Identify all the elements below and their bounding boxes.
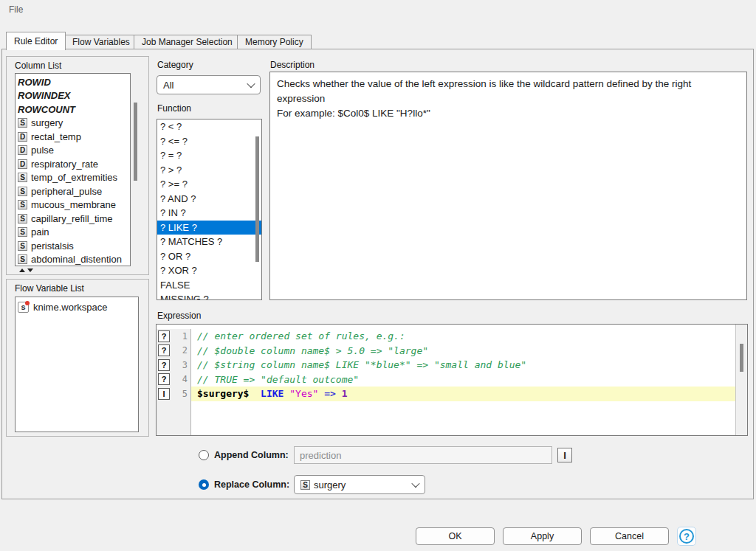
cancel-button[interactable]: Cancel [590, 527, 669, 545]
flow-variable-name: knime.workspace [33, 302, 107, 313]
column-name: respiratory_rate [31, 159, 98, 170]
column-type-icon: D [18, 159, 27, 169]
replace-column-value: surgery [314, 479, 346, 491]
line-number: 3 [170, 360, 190, 370]
rule-status-icon: I [158, 388, 170, 400]
expression-editor[interactable]: ?1 // enter ordered set of rules, e.g.: … [156, 324, 748, 436]
scroll-arrow-icon[interactable] [27, 268, 33, 272]
description-text: Checks whether the value of the left exp… [277, 77, 721, 106]
tab-rule-editor[interactable]: Rule Editor [6, 32, 66, 50]
list-item[interactable]: Drectal_temp [16, 130, 130, 144]
column-list-scrollbar[interactable] [132, 73, 139, 266]
category-value: All [163, 80, 173, 91]
red-dot-icon [25, 301, 30, 305]
function-item[interactable]: ? IN ? [157, 206, 261, 221]
line-number: 4 [170, 374, 190, 384]
function-item[interactable]: ? < ? [157, 119, 261, 134]
function-item[interactable]: ? XOR ? [157, 263, 261, 278]
scrollbar-thumb[interactable] [740, 344, 743, 372]
function-item[interactable]: ? > ? [157, 163, 261, 178]
column-type-icon: S [18, 254, 27, 264]
list-item[interactable]: Stemp_of_extremities [16, 171, 130, 185]
tab-job-manager-selection[interactable]: Job Manager Selection [134, 35, 241, 49]
line-number: 1 [170, 331, 190, 342]
column-name: abdominal_distention [31, 254, 122, 265]
column-name: temp_of_extremities [31, 172, 117, 183]
expression-label: Expression [157, 311, 201, 321]
column-name: peripheral_pulse [31, 186, 102, 197]
list-item[interactable]: Speristalsis [16, 239, 130, 253]
flow-variable-list-title: Flow Variable List [15, 283, 84, 294]
append-column-label: Append Column: [214, 450, 289, 460]
expression-line[interactable]: ?1 // enter ordered set of rules, e.g.: [157, 329, 735, 344]
code-token: "Yes" [289, 388, 318, 399]
line-number: 2 [170, 345, 190, 356]
replace-column-dropdown[interactable]: S surgery [294, 475, 425, 494]
rule-editor-dialog: { "menu": { "file": "File" }, "tabs": [ … [0, 0, 756, 551]
menu-bar: File [0, 0, 756, 18]
category-dropdown[interactable]: All [157, 75, 261, 94]
list-item[interactable]: ROWID [16, 75, 130, 89]
help-button[interactable]: ? [677, 527, 696, 546]
rule-status-icon: ? [158, 344, 170, 356]
code-token: LIKE [261, 388, 284, 399]
list-item[interactable]: s knime.workspace [16, 299, 138, 314]
function-list-scrollbar[interactable] [254, 120, 261, 299]
rule-status-icon: ? [158, 373, 170, 385]
expression-line[interactable]: ?2 // $double column name$ > 5.0 => "lar… [157, 344, 735, 358]
category-label: Category [157, 60, 193, 70]
column-list: ROWID ROWINDEX ROWCOUNT Ssurgery Drectal… [15, 73, 131, 266]
tab-memory-policy[interactable]: Memory Policy [237, 35, 312, 49]
description-box: Checks whether the value of the left exp… [269, 72, 747, 300]
insert-variable-button[interactable]: I [557, 448, 572, 462]
function-item[interactable]: ? AND ? [157, 192, 261, 207]
scrollbar-thumb[interactable] [255, 136, 259, 262]
list-item[interactable]: ROWINDEX [16, 89, 130, 103]
scroll-arrow-icon[interactable] [19, 268, 25, 272]
description-example: For example: $Col0$ LIKE "H?llo*" [277, 106, 740, 121]
append-column-radio[interactable] [199, 450, 209, 460]
list-item[interactable]: Ssurgery [16, 117, 130, 131]
column-type-icon: S [18, 118, 27, 128]
tab-flow-variables[interactable]: Flow Variables [64, 35, 138, 49]
list-item[interactable]: Speripheral_pulse [16, 184, 130, 198]
ok-button[interactable]: OK [416, 527, 495, 545]
function-item[interactable]: ? <= ? [157, 134, 261, 149]
expression-scrollbar[interactable] [735, 325, 747, 435]
chevron-down-icon [411, 479, 419, 488]
append-column-input[interactable] [294, 446, 552, 464]
flow-variable-list: s knime.workspace [15, 297, 139, 432]
list-item[interactable]: Smucous_membrane [16, 198, 130, 212]
line-number: 5 [170, 389, 190, 399]
function-list: ? < ? ? <= ? ? = ? ? > ? ? >= ? ? AND ? … [157, 119, 262, 300]
function-item-selected[interactable]: ? LIKE ? [157, 221, 261, 235]
description-label: Description [270, 60, 315, 70]
list-item[interactable]: Spain [16, 226, 130, 240]
expression-line[interactable]: ?4 // TRUE => "default outcome" [157, 372, 735, 387]
function-item[interactable]: ? MATCHES ? [157, 235, 261, 249]
scrollbar-thumb[interactable] [134, 103, 137, 181]
apply-button[interactable]: Apply [503, 527, 582, 545]
function-item[interactable]: ? >= ? [157, 177, 261, 192]
function-item[interactable]: ? OR ? [157, 249, 261, 264]
function-item[interactable]: FALSE [157, 278, 261, 293]
expression-line-active[interactable]: I5 $surgery$ LIKE "Yes" => 1 [157, 387, 735, 401]
list-item[interactable]: Scapillary_refill_time [16, 212, 130, 226]
replace-column-radio[interactable] [199, 479, 209, 490]
function-item[interactable]: ? = ? [157, 148, 261, 163]
menu-file[interactable]: File [6, 3, 26, 16]
list-item[interactable]: Dpulse [16, 144, 130, 158]
column-type-icon: D [18, 132, 27, 142]
function-item[interactable]: MISSING ? [157, 292, 261, 300]
list-item[interactable]: ROWCOUNT [16, 103, 130, 117]
expression-line[interactable]: ?3 // $string column name$ LIKE "*blue*"… [157, 358, 735, 372]
code-token: => [324, 388, 336, 399]
list-item[interactable]: Drespiratory_rate [16, 157, 130, 171]
list-item[interactable]: Sabdominal_distention [16, 253, 130, 267]
column-type-icon: S [300, 480, 310, 490]
flow-variable-icon: s [18, 302, 29, 313]
column-type-icon: D [18, 145, 27, 155]
column-list-hscroll[interactable] [15, 267, 131, 274]
column-name: capillary_refill_time [31, 213, 113, 224]
column-list-title: Column List [15, 60, 61, 71]
